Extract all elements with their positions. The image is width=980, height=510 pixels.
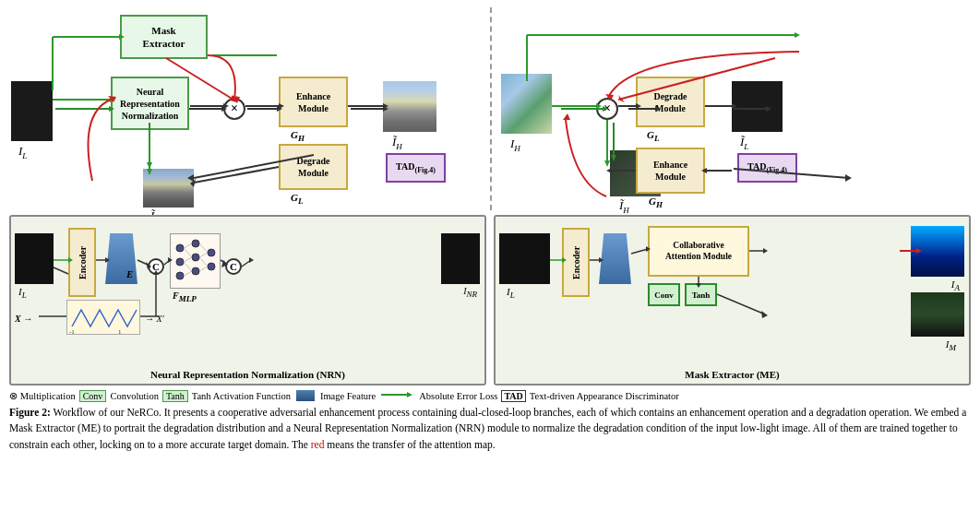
svg-marker-110 (761, 311, 768, 318)
svg-line-84 (137, 260, 148, 265)
ia-label: IA (951, 279, 960, 292)
svg-line-77 (199, 253, 208, 257)
caption-end: means the transfer of the attention map. (324, 439, 495, 450)
degrade-module-right-label: DegradeModule (653, 90, 687, 114)
il-label: IL (18, 144, 27, 160)
inr-label: INR (463, 286, 477, 299)
il-nrn-label: IL (18, 286, 27, 300)
top-left: IL MaskExtractor NeuralRepresentationNor… (9, 7, 490, 210)
enhance-module-right: EnhanceModule (636, 148, 705, 194)
degrade-module-left: DegradeModule (279, 144, 348, 190)
svg-line-75 (184, 271, 192, 276)
nrn-label: NeuralRepresentationNormalization (120, 86, 180, 122)
neural-net-nrn (170, 233, 221, 289)
il-image (11, 81, 53, 141)
svg-line-96 (54, 267, 68, 274)
legend-tanh-box: Tanh (162, 390, 188, 402)
svg-marker-112 (407, 392, 412, 397)
caption-label: Figure 2: (9, 407, 51, 418)
mask-extractor-label: MaskExtractor (143, 24, 185, 51)
diagram-top: IL MaskExtractor NeuralRepresentationNor… (9, 7, 971, 210)
multiply-circle-right: × (596, 98, 618, 120)
svg-point-67 (192, 254, 199, 261)
il-tilde-right-image (732, 81, 783, 132)
collab-attention-box: CollaborativeAttention Module (648, 226, 749, 277)
degrade-module-left-label: DegradeModule (296, 155, 329, 179)
caption-red-text: red (311, 439, 325, 450)
svg-line-41 (194, 167, 279, 183)
svg-line-103 (631, 249, 648, 254)
svg-point-65 (176, 272, 184, 279)
svg-line-73 (184, 257, 192, 262)
im-label: IM (946, 338, 956, 352)
ih-tilde-label: ĨH (619, 198, 629, 215)
svg-line-94 (242, 260, 251, 267)
wave-svg: -1 1 (67, 301, 140, 335)
svg-text:1: 1 (118, 328, 122, 335)
enhance-gh-right-label: GH (649, 196, 663, 209)
svg-line-74 (184, 262, 192, 271)
svg-point-70 (208, 263, 215, 270)
svg-line-78 (199, 257, 208, 267)
legend-tad-box: TAD (501, 390, 525, 402)
fence-enhanced-image (383, 81, 436, 132)
legend-tanh-text: Tanh Activation Function (192, 391, 291, 401)
svg-line-79 (199, 267, 208, 271)
svg-point-68 (192, 267, 199, 275)
legend-conv-text: Convolution (110, 391, 159, 401)
svg-point-64 (176, 258, 184, 266)
svg-line-71 (184, 243, 192, 248)
mask-extractor-box: MaskExtractor (120, 15, 208, 59)
degrade-gl-right-label: GL (647, 129, 659, 143)
circle-c2-nrn: C (225, 258, 242, 275)
figure-caption: Figure 2: Workflow of our NeRCo. It pres… (9, 405, 971, 453)
svg-line-76 (199, 243, 208, 253)
legend-row: ⊗ Multiplication Conv Convolution Tanh T… (9, 388, 971, 403)
il-nrn-image (15, 233, 54, 284)
svg-marker-106 (763, 248, 768, 254)
e-label: E (126, 268, 133, 279)
legend-error-text: Absolute Error Loss (419, 391, 497, 401)
neural-net-svg (171, 234, 221, 290)
il-tilde-label: ĨH (392, 135, 402, 151)
vertical-divider (490, 7, 492, 210)
svg-point-69 (208, 249, 215, 256)
legend-feature-text: Image Feature (320, 391, 376, 401)
ia-image (911, 226, 964, 277)
svg-marker-52 (795, 32, 800, 38)
xprime-arrow-label: → X′ (145, 314, 164, 324)
ih-image (501, 74, 552, 134)
x-arrow-label: X → (15, 314, 32, 324)
collab-attention-label: CollaborativeAttention Module (665, 241, 732, 262)
il-tilde-right-label: ĨL (740, 135, 748, 151)
svg-text:-1: -1 (69, 328, 75, 335)
diagram-bottom: IL Encoder E -1 1 X → → X′ C (9, 215, 971, 385)
inr-image (441, 233, 480, 284)
circle-c-nrn: C (148, 258, 164, 275)
svg-marker-60 (563, 113, 570, 120)
multiply-circle-left: × (223, 98, 245, 120)
tad-left-label: TAD(Fig.4) (396, 160, 436, 175)
enhance-module-left-label: EnhanceModule (296, 90, 330, 114)
il-me-label: IL (507, 286, 515, 300)
encoder-nrn-box: Encoder (68, 228, 96, 297)
legend-tad-text: Text-driven Appearance Discriminator (530, 391, 679, 401)
svg-point-66 (192, 240, 199, 247)
main-container: IL MaskExtractor NeuralRepresentationNor… (0, 0, 980, 510)
degrade-module-right: DegradeModule (636, 77, 705, 127)
legend-conv-box: Conv (79, 390, 107, 402)
fmlp-label: FMLP (173, 291, 197, 303)
legend-feature-icon (296, 390, 315, 401)
ih-label: IH (510, 136, 520, 153)
il-tilde-image (143, 169, 194, 208)
nrn-title-text: Neural Representation Normalization (NRN… (150, 369, 345, 380)
enhance-module-left: EnhanceModule (279, 77, 348, 127)
tad-box-right: TAD(Fig.4) (737, 153, 797, 183)
enhance-g-h-label: GH (291, 129, 305, 143)
me-panel: IL Encoder CollaborativeAttention Module… (494, 215, 971, 385)
tanh-me-box: Tanh (685, 283, 717, 306)
svg-line-109 (717, 294, 763, 314)
svg-line-72 (184, 248, 192, 257)
il-me-image (499, 233, 550, 284)
conv-me-box: Conv (648, 283, 680, 306)
